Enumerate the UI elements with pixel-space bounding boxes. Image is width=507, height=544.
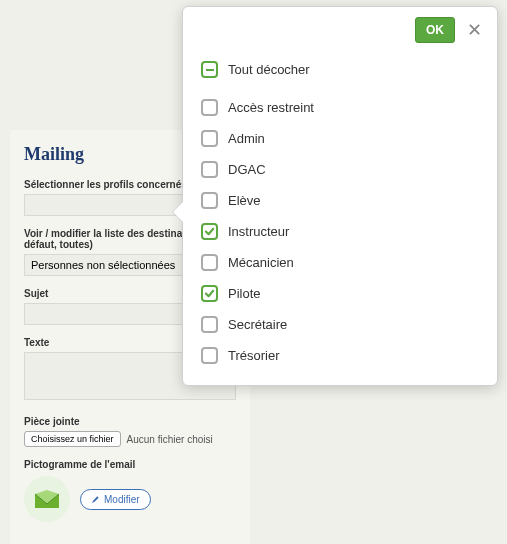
profile-option-label: Accès restreint xyxy=(228,100,314,115)
ok-button[interactable]: OK xyxy=(415,17,455,43)
uncheck-all-icon xyxy=(201,61,218,78)
close-icon[interactable]: ✕ xyxy=(465,19,483,41)
profile-option[interactable]: Accès restreint xyxy=(201,92,479,123)
profile-option[interactable]: Instructeur xyxy=(201,216,479,247)
uncheck-all-label: Tout décocher xyxy=(228,62,310,77)
profile-option[interactable]: Pilote xyxy=(201,278,479,309)
profile-option[interactable]: Trésorier xyxy=(201,340,479,371)
choose-file-button[interactable]: Choisissez un fichier xyxy=(24,431,121,447)
profile-option[interactable]: Admin xyxy=(201,123,479,154)
profile-option[interactable]: Elève xyxy=(201,185,479,216)
popover-header: OK ✕ xyxy=(183,7,497,49)
checkbox-icon xyxy=(201,99,218,116)
checkbox-icon xyxy=(201,285,218,302)
profile-option-label: Secrétaire xyxy=(228,317,287,332)
checkbox-icon xyxy=(201,316,218,333)
profile-option-label: Pilote xyxy=(228,286,261,301)
attachment-field: Pièce jointe Choisissez un fichier Aucun… xyxy=(24,416,236,447)
profile-option-label: Instructeur xyxy=(228,224,289,239)
profile-option-label: DGAC xyxy=(228,162,266,177)
email-pictogram xyxy=(24,476,70,522)
checkbox-icon xyxy=(201,347,218,364)
profile-option-label: Elève xyxy=(228,193,261,208)
uncheck-all-row[interactable]: Tout décocher xyxy=(201,53,479,92)
checkbox-icon xyxy=(201,254,218,271)
modify-label: Modifier xyxy=(104,494,140,505)
profile-option[interactable]: DGAC xyxy=(201,154,479,185)
checkbox-icon xyxy=(201,161,218,178)
profile-option-label: Admin xyxy=(228,131,265,146)
popover-body: Tout décocher Accès restreintAdminDGACEl… xyxy=(183,49,497,375)
profiles-popover: OK ✕ Tout décocher Accès restreintAdminD… xyxy=(182,6,498,386)
checkbox-icon xyxy=(201,192,218,209)
pictogram-label: Pictogramme de l'email xyxy=(24,459,236,470)
checkbox-icon xyxy=(201,130,218,147)
profile-option[interactable]: Mécanicien xyxy=(201,247,479,278)
pencil-icon xyxy=(91,495,100,504)
attachment-label: Pièce jointe xyxy=(24,416,236,427)
file-status: Aucun fichier choisi xyxy=(127,434,213,445)
checkbox-icon xyxy=(201,223,218,240)
profile-option-label: Trésorier xyxy=(228,348,280,363)
profile-option-label: Mécanicien xyxy=(228,255,294,270)
envelope-icon xyxy=(35,490,59,508)
profile-option[interactable]: Secrétaire xyxy=(201,309,479,340)
modify-pictogram-button[interactable]: Modifier xyxy=(80,489,151,510)
pictogram-field: Pictogramme de l'email Modifier xyxy=(24,459,236,522)
